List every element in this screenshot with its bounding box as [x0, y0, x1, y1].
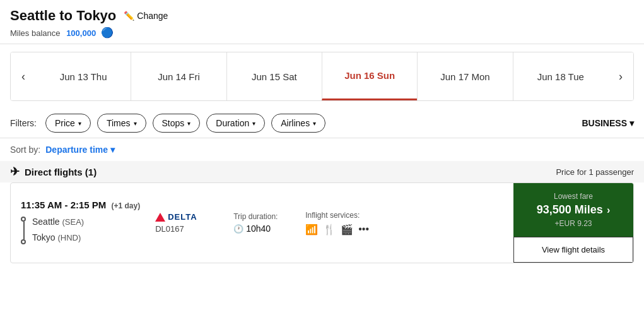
sort-bar: Sort by: Departure time ▾ — [0, 138, 644, 161]
change-link[interactable]: ✏️ Change — [124, 11, 168, 21]
chevron-icon: ▾ — [187, 120, 190, 127]
edit-icon: ✏️ — [124, 11, 134, 21]
chevron-icon: ▾ — [313, 120, 316, 127]
dest-city: Tokyo (HND) — [32, 230, 140, 246]
dest-code: (HND) — [57, 233, 81, 242]
inflight-icons: 📶 🍴 🎬 ••• — [305, 224, 381, 236]
airline-name: DELTA — [168, 212, 197, 222]
fare-miles: 93,500 Miles › — [537, 203, 610, 217]
price-for-label: Price for 1 passenger — [556, 167, 634, 177]
flight-card: 11:35 AM - 2:15 PM (+1 day) Seattle (SEA… — [10, 182, 634, 263]
lowest-fare-button[interactable]: Lowest fare 93,500 Miles › +EUR 9.23 — [513, 183, 633, 237]
duration-text: 10h40 — [246, 224, 271, 234]
route: Seattle (SEA) Tokyo (HND) — [21, 214, 140, 247]
origin-city: Seattle (SEA) — [32, 214, 140, 230]
chevron-icon: ▾ — [252, 120, 255, 127]
date-tab-0[interactable]: Jun 13 Thu — [36, 52, 131, 100]
fare-eur: +EUR 9.23 — [554, 219, 592, 228]
date-selector: ‹ Jun 13 ThuJun 14 FriJun 15 SatJun 16 S… — [10, 52, 634, 101]
direct-flights-label: ✈ Direct flights (1) — [10, 165, 97, 179]
page-title: Seattle to Tokyo — [10, 8, 116, 24]
origin-dot — [21, 217, 26, 222]
clock-icon: 🕐 — [233, 224, 243, 234]
origin-code: (SEA) — [62, 217, 84, 227]
fare-arrow-icon: › — [607, 205, 610, 216]
miles-amount: 93,500 Miles — [537, 203, 603, 217]
miles-balance: Miles balance 100,000 🔵 — [10, 27, 634, 39]
view-flight-details-button[interactable]: View flight details — [513, 237, 633, 263]
date-tab-2[interactable]: Jun 15 Sat — [226, 52, 322, 100]
change-label: Change — [137, 11, 168, 21]
route-line — [23, 222, 25, 239]
cabin-label: BUSINESS — [582, 118, 627, 128]
filter-stops-button[interactable]: Stops ▾ — [153, 114, 201, 133]
airline-logo: DELTA — [155, 212, 218, 222]
delta-logo-icon — [155, 213, 165, 222]
filters-bar: Filters: Price ▾Times ▾Stops ▾Duration ▾… — [0, 109, 644, 138]
date-tab-5[interactable]: Jun 18 Tue — [513, 52, 608, 100]
plane-icon: ✈ — [10, 165, 20, 179]
flight-time-text: 11:35 AM - 2:15 PM — [21, 200, 106, 210]
filter-duration-button[interactable]: Duration ▾ — [206, 114, 265, 133]
miles-balance-label: Miles balance — [10, 28, 61, 38]
date-tab-1[interactable]: Jun 14 Fri — [131, 52, 226, 100]
flight-number: DL0167 — [155, 224, 218, 234]
fare-box: Lowest fare 93,500 Miles › +EUR 9.23 Vie… — [513, 183, 633, 263]
wifi-icon: 📶 — [305, 224, 318, 236]
filter-times-button[interactable]: Times ▾ — [97, 114, 146, 133]
chevron-icon: ▾ — [78, 120, 81, 127]
sort-label: Sort by: — [10, 145, 40, 155]
header: Seattle to Tokyo ✏️ Change Miles balance… — [0, 0, 644, 44]
date-tab-3[interactable]: Jun 16 Sun — [322, 52, 417, 100]
flight-info: 11:35 AM - 2:15 PM (+1 day) Seattle (SEA… — [11, 183, 513, 263]
flight-times-route: 11:35 AM - 2:15 PM (+1 day) Seattle (SEA… — [21, 200, 140, 247]
results-header: ✈ Direct flights (1) Price for 1 passeng… — [0, 161, 644, 182]
cabin-class-select[interactable]: BUSINESS ▾ — [582, 118, 634, 128]
chevron-icon: ▾ — [134, 120, 137, 127]
sort-value[interactable]: Departure time ▾ — [45, 145, 115, 155]
sort-chevron-icon: ▾ — [110, 145, 115, 155]
airline-info: DELTA DL0167 — [155, 212, 218, 234]
lowest-fare-label: Lowest fare — [554, 192, 593, 201]
dest-dot — [21, 239, 26, 244]
next-date-button[interactable]: › — [608, 52, 633, 100]
section-label: Direct flights (1) — [25, 167, 97, 177]
chevron-down-icon: ▾ — [629, 118, 634, 128]
date-tabs: Jun 13 ThuJun 14 FriJun 15 SatJun 16 Sun… — [36, 52, 608, 100]
inflight-services: Inflight services: 📶 🍴 🎬 ••• — [305, 211, 381, 236]
date-tab-4[interactable]: Jun 17 Mon — [417, 52, 512, 100]
inflight-label: Inflight services: — [305, 211, 381, 220]
prev-date-button[interactable]: ‹ — [11, 52, 36, 100]
miles-value: 100,000 — [66, 28, 96, 38]
miles-icon: 🔵 — [101, 27, 114, 38]
sort-value-text: Departure time — [45, 145, 108, 155]
filters-label: Filters: — [10, 118, 37, 128]
entertainment-icon: 🎬 — [341, 224, 353, 236]
filter-price-button[interactable]: Price ▾ — [45, 114, 91, 133]
duration-value: 🕐 10h40 — [233, 224, 290, 234]
duration-label: Trip duration: — [233, 212, 290, 221]
filter-airlines-button[interactable]: Airlines ▾ — [271, 114, 325, 133]
meal-icon: 🍴 — [323, 224, 336, 236]
more-services-icon: ••• — [358, 224, 369, 236]
flight-time: 11:35 AM - 2:15 PM (+1 day) — [21, 200, 140, 210]
plus-day: (+1 day) — [112, 201, 141, 210]
trip-duration: Trip duration: 🕐 10h40 — [233, 212, 290, 234]
header-top: Seattle to Tokyo ✏️ Change — [10, 8, 634, 24]
